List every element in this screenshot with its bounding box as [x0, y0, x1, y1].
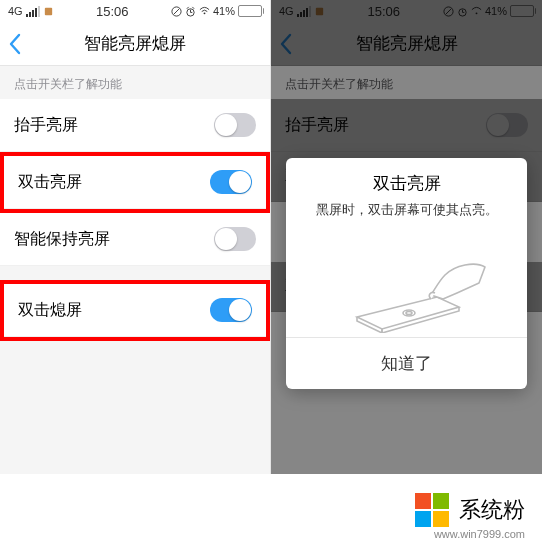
toggle-doubletap-wake[interactable]: [210, 170, 252, 194]
page-title: 智能亮屏熄屏: [84, 32, 186, 55]
svg-rect-4: [38, 6, 40, 17]
svg-rect-5: [45, 7, 52, 14]
row-label: 双击熄屏: [18, 300, 210, 321]
row-doubletap-sleep[interactable]: 双击熄屏: [4, 284, 266, 337]
row-label: 抬手亮屏: [14, 115, 214, 136]
badge-icon: [43, 6, 54, 17]
row-smart-keep-on[interactable]: 智能保持亮屏: [0, 213, 270, 266]
toggle-smart-keep[interactable]: [214, 227, 256, 251]
status-bar: 4G 15:06 41%: [0, 0, 270, 22]
alarm-icon: [185, 6, 196, 17]
row-label: 智能保持亮屏: [14, 229, 214, 250]
modal: 双击亮屏 黑屏时，双击屏幕可使其点亮。: [286, 158, 527, 389]
watermark-bar: 系统粉 www.win7999.com: [0, 474, 543, 546]
chevron-left-icon: [8, 33, 22, 55]
svg-line-11: [187, 6, 189, 8]
svg-point-13: [204, 12, 206, 14]
row-label: 双击亮屏: [18, 172, 210, 193]
modal-ok-button[interactable]: 知道了: [286, 337, 527, 389]
modal-desc: 黑屏时，双击屏幕可使其点亮。: [286, 201, 527, 229]
row-doubletap-wake[interactable]: 双击亮屏: [4, 156, 266, 209]
phone-left: 4G 15:06 41% 智能亮屏熄屏 点击开关栏了解功能 抬手亮屏: [0, 0, 271, 474]
phone-right: 4G 15:06 41% 智能亮屏熄屏 点击开: [271, 0, 542, 474]
nav-bar: 智能亮屏熄屏: [0, 22, 270, 66]
svg-rect-3: [35, 8, 37, 17]
modal-title: 双击亮屏: [286, 158, 527, 201]
highlight-box-1: 双击亮屏: [0, 152, 270, 213]
svg-line-7: [174, 8, 180, 14]
svg-rect-0: [26, 14, 28, 17]
battery-icon: [238, 5, 262, 17]
modal-illustration: [286, 229, 527, 337]
back-button[interactable]: [8, 22, 22, 66]
highlight-box-2: 双击熄屏: [0, 280, 270, 341]
logo-icon: [415, 493, 449, 527]
status-time: 15:06: [96, 4, 129, 19]
battery-pct: 41%: [213, 5, 235, 17]
svg-rect-1: [29, 12, 31, 17]
toggle-doubletap-sleep[interactable]: [210, 298, 252, 322]
section-hint: 点击开关栏了解功能: [0, 66, 270, 99]
network-type: 4G: [8, 5, 23, 17]
wifi-icon: [199, 6, 210, 17]
svg-line-12: [192, 6, 194, 8]
watermark-text: 系统粉: [459, 495, 525, 525]
toggle-raise-to-wake[interactable]: [214, 113, 256, 137]
signal-icon: [26, 6, 40, 17]
row-raise-to-wake[interactable]: 抬手亮屏: [0, 99, 270, 152]
watermark-url: www.win7999.com: [434, 528, 525, 540]
svg-rect-2: [32, 10, 34, 17]
mute-icon: [171, 6, 182, 17]
